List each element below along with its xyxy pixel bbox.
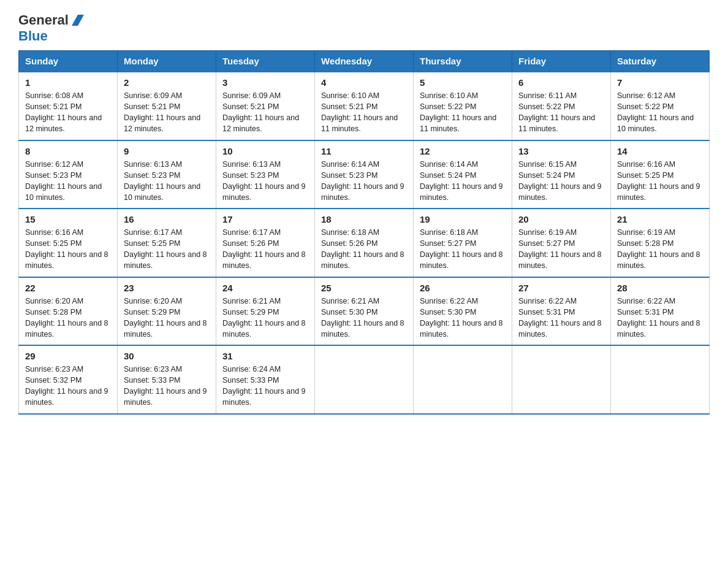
day-info: Sunrise: 6:12 AM Sunset: 5:23 PM Dayligh… [25,159,111,204]
calendar-day-10: 10 Sunrise: 6:13 AM Sunset: 5:23 PM Dayl… [216,140,315,209]
day-number: 24 [222,283,308,293]
weekday-header-saturday: Saturday [611,51,710,72]
day-number: 21 [617,214,703,224]
day-info: Sunrise: 6:11 AM Sunset: 5:22 PM Dayligh… [518,90,604,135]
calendar-day-27: 27 Sunrise: 6:22 AM Sunset: 5:31 PM Dayl… [512,277,611,346]
day-number: 18 [321,214,407,224]
logo-blue-text: Blue [18,28,48,44]
calendar-week-2: 8 Sunrise: 6:12 AM Sunset: 5:23 PM Dayli… [19,140,710,209]
calendar-day-7: 7 Sunrise: 6:12 AM Sunset: 5:22 PM Dayli… [611,72,710,140]
day-number: 9 [124,146,210,156]
calendar-week-3: 15 Sunrise: 6:16 AM Sunset: 5:25 PM Dayl… [19,209,710,277]
calendar-week-4: 22 Sunrise: 6:20 AM Sunset: 5:28 PM Dayl… [19,277,710,346]
calendar-day-6: 6 Sunrise: 6:11 AM Sunset: 5:22 PM Dayli… [512,72,611,140]
day-number: 11 [321,146,407,156]
calendar-day-17: 17 Sunrise: 6:17 AM Sunset: 5:26 PM Dayl… [216,209,315,277]
calendar-day-14: 14 Sunrise: 6:16 AM Sunset: 5:25 PM Dayl… [611,140,710,209]
calendar-day-24: 24 Sunrise: 6:21 AM Sunset: 5:29 PM Dayl… [216,277,315,346]
day-number: 7 [617,77,703,88]
header: General Blue [18,12,710,44]
day-number: 1 [25,77,111,88]
day-number: 10 [222,146,308,156]
day-number: 30 [124,351,210,361]
weekday-header-tuesday: Tuesday [216,51,315,72]
calendar-day-25: 25 Sunrise: 6:21 AM Sunset: 5:30 PM Dayl… [315,277,414,346]
logo: General Blue [18,12,84,44]
day-info: Sunrise: 6:22 AM Sunset: 5:30 PM Dayligh… [420,296,506,340]
day-info: Sunrise: 6:10 AM Sunset: 5:22 PM Dayligh… [420,90,506,135]
day-number: 12 [420,146,506,156]
day-info: Sunrise: 6:21 AM Sunset: 5:29 PM Dayligh… [222,296,308,340]
day-info: Sunrise: 6:13 AM Sunset: 5:23 PM Dayligh… [222,159,308,204]
calendar-day-21: 21 Sunrise: 6:19 AM Sunset: 5:28 PM Dayl… [611,209,710,277]
empty-cell [414,345,512,414]
empty-cell [611,345,710,414]
day-info: Sunrise: 6:17 AM Sunset: 5:26 PM Dayligh… [222,227,308,272]
calendar-day-2: 2 Sunrise: 6:09 AM Sunset: 5:21 PM Dayli… [118,72,216,140]
day-info: Sunrise: 6:10 AM Sunset: 5:21 PM Dayligh… [321,90,407,135]
day-number: 8 [25,146,111,156]
calendar-day-30: 30 Sunrise: 6:23 AM Sunset: 5:33 PM Dayl… [118,345,216,414]
weekday-header-sunday: Sunday [19,51,118,72]
day-info: Sunrise: 6:23 AM Sunset: 5:33 PM Dayligh… [124,364,210,408]
empty-cell [315,345,414,414]
day-info: Sunrise: 6:15 AM Sunset: 5:24 PM Dayligh… [518,159,604,204]
calendar-day-22: 22 Sunrise: 6:20 AM Sunset: 5:28 PM Dayl… [19,277,118,346]
day-info: Sunrise: 6:13 AM Sunset: 5:23 PM Dayligh… [124,159,210,204]
day-info: Sunrise: 6:20 AM Sunset: 5:28 PM Dayligh… [25,296,111,340]
weekday-header-friday: Friday [512,51,611,72]
calendar-table: SundayMondayTuesdayWednesdayThursdayFrid… [18,50,710,415]
logo-triangles-icon [70,15,84,26]
calendar-day-12: 12 Sunrise: 6:14 AM Sunset: 5:24 PM Dayl… [414,140,512,209]
calendar-day-5: 5 Sunrise: 6:10 AM Sunset: 5:22 PM Dayli… [414,72,512,140]
calendar-week-1: 1 Sunrise: 6:08 AM Sunset: 5:21 PM Dayli… [19,72,710,140]
calendar-day-23: 23 Sunrise: 6:20 AM Sunset: 5:29 PM Dayl… [118,277,216,346]
day-number: 27 [518,283,604,293]
calendar-day-28: 28 Sunrise: 6:22 AM Sunset: 5:31 PM Dayl… [611,277,710,346]
calendar-day-13: 13 Sunrise: 6:15 AM Sunset: 5:24 PM Dayl… [512,140,611,209]
calendar-day-1: 1 Sunrise: 6:08 AM Sunset: 5:21 PM Dayli… [19,72,118,140]
day-number: 28 [617,283,703,293]
calendar-day-19: 19 Sunrise: 6:18 AM Sunset: 5:27 PM Dayl… [414,209,512,277]
day-number: 19 [420,214,506,224]
day-info: Sunrise: 6:16 AM Sunset: 5:25 PM Dayligh… [617,159,703,204]
day-number: 17 [222,214,308,224]
day-info: Sunrise: 6:19 AM Sunset: 5:27 PM Dayligh… [518,227,604,272]
day-info: Sunrise: 6:12 AM Sunset: 5:22 PM Dayligh… [617,90,703,135]
day-number: 2 [124,77,210,88]
day-info: Sunrise: 6:17 AM Sunset: 5:25 PM Dayligh… [124,227,210,272]
day-number: 16 [124,214,210,224]
weekday-header-wednesday: Wednesday [315,51,414,72]
weekday-header-thursday: Thursday [414,51,512,72]
day-number: 25 [321,283,407,293]
calendar-day-4: 4 Sunrise: 6:10 AM Sunset: 5:21 PM Dayli… [315,72,414,140]
calendar-day-16: 16 Sunrise: 6:17 AM Sunset: 5:25 PM Dayl… [118,209,216,277]
calendar-day-18: 18 Sunrise: 6:18 AM Sunset: 5:26 PM Dayl… [315,209,414,277]
calendar-week-5: 29 Sunrise: 6:23 AM Sunset: 5:32 PM Dayl… [19,345,710,414]
day-info: Sunrise: 6:22 AM Sunset: 5:31 PM Dayligh… [617,296,703,340]
day-info: Sunrise: 6:09 AM Sunset: 5:21 PM Dayligh… [222,90,308,135]
day-number: 6 [518,77,604,88]
day-info: Sunrise: 6:18 AM Sunset: 5:26 PM Dayligh… [321,227,407,272]
day-number: 5 [420,77,506,88]
day-info: Sunrise: 6:24 AM Sunset: 5:33 PM Dayligh… [222,364,308,408]
day-number: 20 [518,214,604,224]
day-number: 15 [25,214,111,224]
empty-cell [512,345,611,414]
day-number: 4 [321,77,407,88]
day-number: 31 [222,351,308,361]
day-number: 13 [518,146,604,156]
calendar-day-29: 29 Sunrise: 6:23 AM Sunset: 5:32 PM Dayl… [19,345,118,414]
day-info: Sunrise: 6:21 AM Sunset: 5:30 PM Dayligh… [321,296,407,340]
day-number: 29 [25,351,111,361]
day-number: 23 [124,283,210,293]
calendar-day-20: 20 Sunrise: 6:19 AM Sunset: 5:27 PM Dayl… [512,209,611,277]
day-info: Sunrise: 6:14 AM Sunset: 5:23 PM Dayligh… [321,159,407,204]
calendar-day-8: 8 Sunrise: 6:12 AM Sunset: 5:23 PM Dayli… [19,140,118,209]
day-info: Sunrise: 6:09 AM Sunset: 5:21 PM Dayligh… [124,90,210,135]
day-info: Sunrise: 6:14 AM Sunset: 5:24 PM Dayligh… [420,159,506,204]
header-row: SundayMondayTuesdayWednesdayThursdayFrid… [19,51,710,72]
day-info: Sunrise: 6:22 AM Sunset: 5:31 PM Dayligh… [518,296,604,340]
calendar-day-11: 11 Sunrise: 6:14 AM Sunset: 5:23 PM Dayl… [315,140,414,209]
logo-general-text: General [18,12,69,28]
